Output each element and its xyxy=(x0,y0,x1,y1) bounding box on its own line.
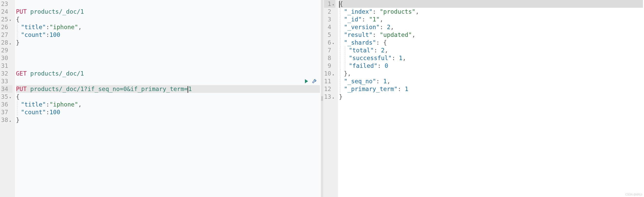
code-line[interactable]: { xyxy=(16,15,320,23)
code-line[interactable]: "failed": 0 xyxy=(339,62,643,70)
code-line[interactable]: } xyxy=(16,116,320,124)
code-line[interactable]: } xyxy=(16,39,320,46)
token: "updated" xyxy=(380,31,412,38)
token: , xyxy=(390,24,394,30)
code-line[interactable] xyxy=(16,77,320,85)
gutter-line: 36 xyxy=(1,101,12,108)
indent-guide xyxy=(17,23,17,31)
gutter-line: 26 xyxy=(1,23,12,31)
code-line[interactable]: "_id": "1", xyxy=(339,15,643,23)
gutter-line: 23 xyxy=(1,0,12,8)
token: 100 xyxy=(50,31,60,38)
fold-toggle[interactable]: ▾ xyxy=(332,1,334,9)
token: : xyxy=(374,47,381,54)
token: : xyxy=(392,55,399,61)
token: : xyxy=(46,31,50,38)
code-line[interactable]: "title":"iphone", xyxy=(16,23,320,31)
token: 2 xyxy=(381,47,385,54)
token: PUT xyxy=(16,8,27,15)
indent-guide xyxy=(340,39,340,46)
gutter-line: 6▾ xyxy=(324,39,335,46)
token: 1 xyxy=(383,78,387,85)
token: GET xyxy=(16,70,27,77)
token: "iphone" xyxy=(50,24,78,30)
gutter-line: 9 xyxy=(324,62,335,70)
token: 1 xyxy=(188,86,192,92)
code-line[interactable]: "title":"iphone", xyxy=(16,101,320,108)
indent-guide xyxy=(340,54,340,62)
token: "_index" xyxy=(344,8,373,15)
code-line[interactable]: "_index": "products", xyxy=(339,8,643,15)
request-pane: 232425▾262728▴29303132333435▾363738▴ PUT… xyxy=(0,0,321,197)
gutter-line: 28▴ xyxy=(1,39,12,46)
token: "result" xyxy=(344,31,373,38)
token: products/_doc/1?if_seq_no=0&if_primary_t… xyxy=(30,86,188,92)
fold-toggle[interactable]: ▾ xyxy=(332,39,334,47)
token: , xyxy=(78,101,82,108)
indent-guide xyxy=(340,70,340,77)
token: : xyxy=(46,109,50,116)
code-line[interactable]: "_primary_term": 1 xyxy=(339,85,643,93)
token: "total" xyxy=(349,47,374,54)
code-line[interactable]: "successful": 1, xyxy=(339,54,643,62)
code-line[interactable]: }, xyxy=(339,70,643,77)
pane-divider[interactable] xyxy=(321,0,323,197)
gutter-line: 32 xyxy=(1,70,12,77)
wrench-icon[interactable] xyxy=(312,79,317,84)
fold-toggle[interactable]: ▴ xyxy=(332,94,334,101)
response-code[interactable]: {"_index": "products","_id": "1","_versi… xyxy=(338,0,644,197)
token xyxy=(27,70,30,77)
code-line[interactable]: { xyxy=(339,0,643,8)
indent-guide xyxy=(340,62,340,70)
code-line[interactable]: "total": 2, xyxy=(339,46,643,54)
token: 100 xyxy=(50,109,60,116)
indent-guide xyxy=(17,31,17,39)
code-line[interactable]: "count":100 xyxy=(16,31,320,39)
indent-guide xyxy=(17,101,17,108)
gutter-line: 1▾ xyxy=(324,0,335,8)
gutter-line: 30 xyxy=(1,54,12,62)
token: "successful" xyxy=(349,55,392,61)
fold-toggle[interactable]: ▴ xyxy=(332,70,334,78)
fold-toggle[interactable]: ▴ xyxy=(9,117,11,125)
code-line[interactable]: { xyxy=(16,93,320,101)
token: : xyxy=(372,31,380,38)
request-code[interactable]: PUT products/_doc/1{"title":"iphone","co… xyxy=(15,0,321,197)
code-line[interactable]: "_shards": { xyxy=(339,39,643,46)
token: { xyxy=(340,1,343,7)
line-actions xyxy=(304,77,317,85)
gutter-line: 2 xyxy=(324,8,335,15)
code-line[interactable]: GET products/_doc/1 xyxy=(16,70,320,77)
token: 1 xyxy=(405,86,408,92)
token: "title" xyxy=(21,101,46,108)
code-line[interactable] xyxy=(16,62,320,70)
code-line[interactable]: "result": "updated", xyxy=(339,31,643,39)
code-line[interactable]: PUT products/_doc/1 xyxy=(16,8,320,15)
code-line[interactable]: "_version": 2, xyxy=(339,23,643,31)
play-icon[interactable] xyxy=(304,79,309,84)
fold-toggle[interactable]: ▾ xyxy=(9,16,11,24)
gutter-line: 7 xyxy=(324,46,335,54)
code-line[interactable]: "count":100 xyxy=(16,108,320,116)
token: "failed" xyxy=(349,62,378,69)
token: , xyxy=(380,16,383,23)
token: : xyxy=(372,8,380,15)
token: 1 xyxy=(399,55,403,61)
gutter-line: 10▴ xyxy=(324,70,335,77)
code-line[interactable] xyxy=(16,0,320,8)
token: "_primary_term" xyxy=(344,86,398,92)
token: , xyxy=(416,8,419,15)
indent-guide xyxy=(345,62,345,70)
code-line[interactable]: "_seq_no": 1, xyxy=(339,77,643,85)
code-line[interactable]: } xyxy=(339,93,643,101)
fold-toggle[interactable]: ▴ xyxy=(9,39,11,47)
gutter-line: 13▴ xyxy=(324,93,335,101)
token: : xyxy=(46,24,50,30)
code-line[interactable] xyxy=(16,54,320,62)
gutter-line: 4 xyxy=(324,23,335,31)
fold-toggle[interactable]: ▾ xyxy=(9,94,11,101)
indent-guide xyxy=(345,54,345,62)
token: : xyxy=(46,101,50,108)
code-line[interactable]: PUT products/_doc/1?if_seq_no=0&if_prima… xyxy=(16,85,320,93)
code-line[interactable] xyxy=(16,46,320,54)
